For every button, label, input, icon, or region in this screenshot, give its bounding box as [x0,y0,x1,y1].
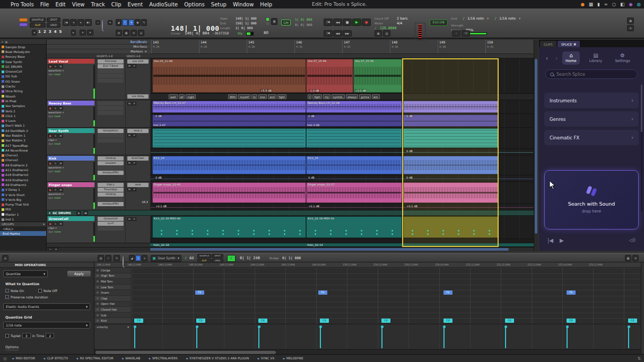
solo-button[interactable]: S [53,106,58,110]
drum-lane-row[interactable]: Open Hat [94,302,131,307]
nudge-display-value[interactable]: 1/16 note [499,16,516,21]
nav-library[interactable]: ▤Library [586,51,605,65]
midi-note[interactable]: F2 [567,290,576,295]
control-center-icon[interactable]: ◧ [620,2,624,7]
menu-item[interactable]: Window [233,2,254,7]
velocity-lane[interactable] [132,324,641,349]
speaker-button[interactable]: ◁)) [462,30,470,37]
selector-tool-button[interactable]: I [135,255,141,261]
midi-right-scrollbar[interactable] [641,262,644,354]
audio-clip[interactable] [306,114,402,127]
vertical-scroll-thumb[interactable] [535,59,537,234]
mute-button[interactable]: M [58,64,63,68]
insert-slot-empty[interactable] [98,78,124,83]
search-input[interactable] [556,72,625,77]
pencil-tool-button[interactable]: ✎ [141,19,147,26]
play-button[interactable]: ▶ [352,19,361,26]
track-list-item[interactable]: Chorus1 [0,153,46,158]
mirror-midi-button[interactable]: ◎ [138,30,144,36]
bars-beats-ruler-label[interactable]: Bars|Beats [130,40,147,43]
velocity-stem[interactable] [196,327,197,348]
lyric-clip[interactable]: fight [312,94,321,99]
insert-slot[interactable]: ChrStrip [98,156,124,161]
pencil-tool-icon[interactable]: ✎ [114,255,120,261]
bottom-tab[interactable]: ◆ WAVELAB [119,356,143,361]
track-header-reecey-bass[interactable]: Reecey Bass ● S M waveform▾ dynread [47,100,95,128]
tab-splice[interactable]: SPLICE▦ [558,41,580,47]
midi-keys-button[interactable]: ▤ [383,30,390,37]
gm-indicator[interactable]: GM [281,20,291,25]
fast-rewind-button[interactable]: ◀◀ [333,30,342,37]
ruler-slot[interactable]: 1504:41 [485,40,533,54]
solo-button[interactable]: S [53,188,58,192]
search-with-sound-dropzone[interactable]: Search with Sound drop here [544,170,639,229]
track-view-selector[interactable]: waveform▾ [48,69,94,72]
send-mute-button[interactable]: M [127,188,132,191]
nudge-value[interactable]: 0| 1| 000 [282,256,301,260]
track-list-item[interactable]: A18 EndHarm2 [0,173,46,178]
lyric-clip[interactable]: fight [277,94,286,99]
track-list-item[interactable]: Vox Riddim 1 [0,133,46,138]
midi-horizontal-scrollbar[interactable] [94,349,641,354]
send-pan-button[interactable]: P [132,102,136,105]
bottom-tab[interactable]: ◆ SYNC VX [254,356,277,361]
soar-synth-lane[interactable] [150,128,534,149]
automation-breakpoint[interactable]: +5.5 dB [260,89,272,92]
slip-mode-button[interactable]: SLIP [30,23,46,28]
nav-back-icon[interactable]: ‹ [543,55,551,62]
horizontal-scroll-thumb[interactable] [150,248,509,251]
midi-track-selector[interactable]: Soar Synth ▾ [151,255,181,262]
apply-button[interactable]: Apply [67,270,91,277]
groovecell-lane[interactable]: Kick_02-16-MIDI-90 Kick_02-16-MIDI-91 [150,216,534,239]
notes-icon[interactable]: ♪ [105,255,111,261]
h-zoom-out-button[interactable]: − [48,248,53,251]
menu-item[interactable]: Help [260,2,272,7]
audio-clip[interactable]: Kick_04 [152,156,306,174]
insert-slot-empty[interactable] [98,106,124,110]
mode-link-orange[interactable] [19,18,28,22]
spot-mode-button[interactable]: SPOT [47,17,60,22]
insert-slot-empty[interactable] [98,101,124,105]
record-enable-button[interactable]: ● [48,188,53,192]
soar-synth-automation-lane[interactable]: 0 dB [150,149,534,155]
menu-item[interactable]: Setup [211,2,227,7]
track-list-item[interactable]: Chorus2 [0,158,46,163]
automation-breakpoint[interactable]: 0 dB [155,176,162,179]
midi-editor-counter[interactable]: 0| 1| 240 [240,256,260,260]
selector-tool-button[interactable]: I [122,19,128,26]
bottom-tab[interactable]: ◆ MELODYNE [280,356,306,361]
track-list-item[interactable]: Inst 1 [0,217,46,222]
panel-resize-icon[interactable]: ⇅ [637,356,641,361]
lyric-clip[interactable]: win [372,94,380,99]
eucon-badge[interactable]: EUCON [430,20,448,26]
send-pan-button[interactable]: P [132,161,136,165]
note-on-checkbox[interactable]: ✓ [5,289,9,293]
midi-ruler[interactable]: 148|1|000148|2|000148|3|000148|4|000149|… [94,262,641,268]
lyric-clip[interactable]: and [268,94,276,99]
link-track-button[interactable]: ▦ [123,30,129,36]
solo-button[interactable]: S [53,222,58,226]
account-icon[interactable]: ◍ [637,2,641,7]
lyric-clip[interactable]: eyelids, [332,94,345,99]
insert-slot[interactable]: Lowpass [98,161,124,165]
automation-breakpoint[interactable]: +0.1 dB [406,205,418,208]
send-level-value[interactable]: -16.3 [141,200,148,204]
memory-location-button[interactable]: 4 [54,30,57,34]
track-view-selector[interactable]: clips▾ [48,226,94,229]
automation-mode-selector[interactable]: dynread [48,170,94,173]
group-mute-button[interactable]: M [83,211,88,215]
insertion-follows-button[interactable]: ≡ [130,30,137,36]
send-pan-button[interactable]: P [132,188,136,191]
ruler-slot[interactable]: 1474:33 [342,40,390,54]
midi-clip[interactable] [152,128,306,148]
nav-home[interactable]: ⌂Home [562,51,580,65]
send-pan-button[interactable]: P [132,134,136,137]
automation-mode-selector[interactable]: dynread [48,73,94,76]
drum-lane-row[interactable]: Clap [94,296,131,302]
audio-clip[interactable]: Reecey Bass-cm_01-07 [152,101,306,113]
rewind-button[interactable]: ◀◀ [333,19,342,26]
track-list-item[interactable]: Vox Riddim 2 [0,138,46,143]
screen-record-icon[interactable]: ● [580,2,584,7]
ruler-slot[interactable]: 1444:26 [199,40,247,54]
send-slot[interactable]: Verb 2 [127,129,149,133]
